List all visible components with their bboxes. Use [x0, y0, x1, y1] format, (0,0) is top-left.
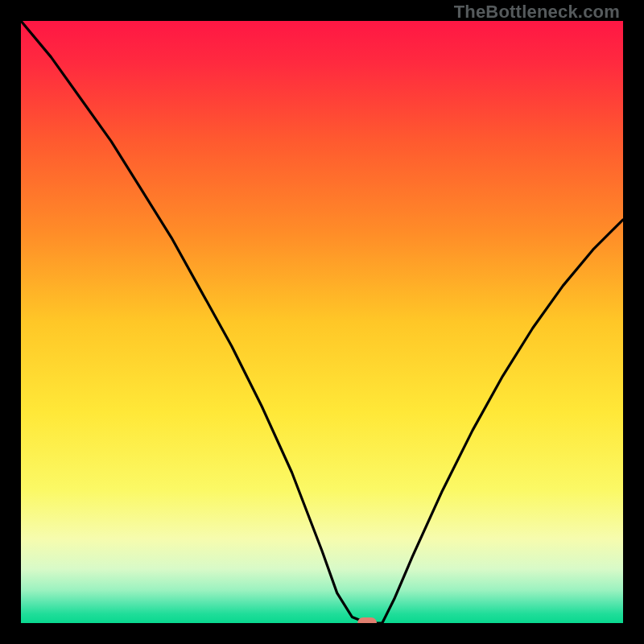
plot-svg: [21, 21, 623, 623]
chart-frame: TheBottleneck.com: [0, 0, 644, 644]
gradient-background: [21, 21, 623, 623]
watermark-text: TheBottleneck.com: [454, 2, 620, 23]
plot-area: [21, 21, 623, 623]
optimal-marker: [357, 617, 377, 623]
